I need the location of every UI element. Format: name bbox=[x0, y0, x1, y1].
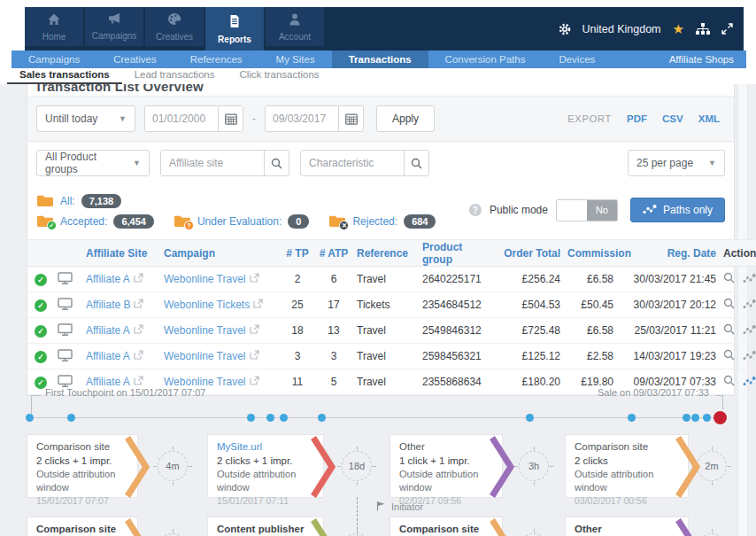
inspect-magnifier-icon[interactable] bbox=[723, 349, 735, 363]
external-link-icon[interactable] bbox=[253, 299, 263, 311]
campaign-link[interactable]: Webonline Travel bbox=[164, 273, 246, 285]
topnav-item-campaigns[interactable]: Campaigns bbox=[85, 7, 143, 46]
touchpoint-card[interactable]: MySite.url 2 clicks + 1 impr. Outside at… bbox=[207, 434, 324, 498]
touchpoint-dot[interactable] bbox=[26, 414, 34, 422]
header-campaign[interactable]: Campaign bbox=[160, 240, 281, 267]
external-link-icon[interactable] bbox=[134, 299, 143, 311]
affiliate-site-link[interactable]: Affiliate A bbox=[86, 273, 130, 285]
settings-gear-icon[interactable] bbox=[559, 23, 571, 35]
campaign-link[interactable]: Webonline Tickets bbox=[164, 299, 250, 311]
header-affiliate-site[interactable]: Affiliate Site bbox=[82, 240, 160, 267]
touchpoint-card[interactable]: Comparison site 2 clicks Outside attribu… bbox=[565, 434, 689, 498]
touchpoint-card-title-link[interactable]: MySite.url bbox=[217, 439, 314, 454]
subnav-item-my-sites[interactable]: My Sites bbox=[259, 50, 332, 68]
calendar-icon[interactable] bbox=[338, 106, 363, 131]
header-reference[interactable]: Reference bbox=[353, 240, 419, 267]
touchpoint-card[interactable]: Comparison site bbox=[390, 517, 503, 536]
status-all-label[interactable]: All: bbox=[60, 195, 75, 207]
topnav-item-account[interactable]: Account bbox=[266, 7, 324, 46]
header-reg-date[interactable]: Reg. Date bbox=[617, 240, 720, 267]
touchpoint-card[interactable]: Content publisher bbox=[207, 517, 324, 536]
affiliate-site-link[interactable]: Affiliate B bbox=[86, 299, 130, 311]
tab-sales-transactions[interactable]: Sales transactions bbox=[7, 68, 122, 84]
touchpoint-card[interactable]: Comparison site 2 clicks + 1 impr. Outsi… bbox=[27, 434, 138, 498]
date-from-input[interactable] bbox=[145, 106, 218, 131]
status-accepted-label[interactable]: Accepted: bbox=[60, 215, 107, 228]
tab-lead-transactions[interactable]: Lead transactions bbox=[122, 68, 228, 84]
affiliate-site-input[interactable] bbox=[161, 151, 264, 175]
touchpoint-dot[interactable] bbox=[266, 414, 274, 422]
path-dots-icon-active[interactable] bbox=[743, 376, 756, 389]
export-pdf-link[interactable]: PDF bbox=[627, 113, 647, 124]
per-page-select[interactable]: 25 per page ▼ bbox=[628, 150, 725, 176]
touchpoint-dot[interactable] bbox=[67, 414, 75, 422]
affiliate-site-link[interactable]: Affiliate A bbox=[86, 324, 130, 337]
subnav-item-affiliate-shops[interactable]: Affiliate Shops bbox=[657, 50, 746, 68]
subnav-item-devices[interactable]: Devices bbox=[542, 50, 612, 68]
touchpoint-dot[interactable] bbox=[247, 414, 255, 422]
topnav-item-creatives[interactable]: Creatives bbox=[145, 7, 204, 46]
subnav-item-creatives[interactable]: Creatives bbox=[96, 50, 174, 68]
paths-only-button[interactable]: Paths only bbox=[630, 198, 725, 222]
search-icon[interactable] bbox=[404, 151, 428, 175]
external-link-icon[interactable] bbox=[134, 324, 143, 337]
apply-button[interactable]: Apply bbox=[376, 105, 435, 132]
affiliate-site-link[interactable]: Affiliate A bbox=[86, 350, 130, 362]
header-commission[interactable]: Commission bbox=[564, 240, 617, 267]
characteristic-input[interactable] bbox=[301, 151, 404, 175]
touchpoint-card[interactable]: Other 1 click + 1 impr. Outside attribut… bbox=[390, 434, 503, 498]
header-product-group[interactable]: Product group bbox=[419, 240, 498, 267]
topnav-item-reports[interactable]: Reports bbox=[205, 7, 264, 50]
status-rejected-label[interactable]: Rejected: bbox=[352, 215, 397, 228]
touchpoint-dot[interactable] bbox=[318, 414, 326, 422]
inspect-magnifier-icon[interactable] bbox=[723, 272, 735, 286]
external-link-icon[interactable] bbox=[250, 350, 259, 362]
public-mode-toggle[interactable]: No bbox=[556, 199, 618, 221]
touchpoint-card[interactable]: Other bbox=[565, 517, 689, 536]
header-atp[interactable]: # ATP bbox=[314, 240, 353, 267]
external-link-icon[interactable] bbox=[134, 350, 143, 362]
date-to-input[interactable] bbox=[266, 106, 338, 131]
touchpoint-dot[interactable] bbox=[280, 414, 288, 422]
inspect-magnifier-icon[interactable] bbox=[723, 323, 735, 338]
fullscreen-expand-icon[interactable] bbox=[721, 23, 733, 35]
external-link-icon[interactable] bbox=[250, 324, 259, 337]
touchpoint-card[interactable]: Comparison site bbox=[27, 517, 138, 536]
sitemap-icon[interactable] bbox=[696, 23, 710, 35]
header-order-total[interactable]: Order Total bbox=[498, 240, 564, 267]
toggle-no-side[interactable]: No bbox=[587, 200, 617, 221]
export-xml-link[interactable]: XML bbox=[698, 113, 720, 124]
touchpoint-dot[interactable] bbox=[683, 414, 690, 422]
toggle-off-side[interactable] bbox=[557, 200, 587, 221]
touchpoint-dot[interactable] bbox=[628, 414, 636, 422]
external-link-icon[interactable] bbox=[250, 273, 259, 285]
subnav-item-campaigns[interactable]: Campaigns bbox=[12, 50, 96, 68]
calendar-icon[interactable] bbox=[218, 106, 243, 131]
status-rejected[interactable]: ✕ Rejected: 684 bbox=[328, 214, 436, 229]
search-icon[interactable] bbox=[264, 151, 289, 175]
touchpoint-dot[interactable] bbox=[526, 414, 534, 422]
export-csv-link[interactable]: CSV bbox=[662, 113, 683, 124]
touchpoint-dot[interactable] bbox=[691, 414, 699, 422]
sale-dot[interactable] bbox=[714, 411, 727, 424]
period-select[interactable]: Untill today ▼ bbox=[36, 105, 135, 132]
topnav-item-home[interactable]: Home bbox=[25, 7, 83, 46]
path-dots-icon[interactable] bbox=[743, 324, 756, 338]
subnav-item-references[interactable]: References bbox=[174, 50, 259, 68]
status-all[interactable]: All: 7,138 bbox=[36, 194, 121, 208]
touchpoint-dot[interactable] bbox=[703, 414, 711, 422]
subnav-item-conversion-paths[interactable]: Conversion Paths bbox=[428, 50, 543, 68]
campaign-link[interactable]: Webonline Travel bbox=[164, 350, 246, 362]
inspect-magnifier-icon[interactable] bbox=[723, 298, 735, 312]
campaign-link[interactable]: Webonline Travel bbox=[164, 324, 246, 337]
region-label[interactable]: United Kingdom bbox=[582, 23, 661, 35]
path-dots-icon[interactable] bbox=[743, 273, 756, 286]
status-under-evaluation-label[interactable]: Under Evaluation: bbox=[197, 215, 282, 228]
favorite-star-icon[interactable]: ★ bbox=[673, 22, 684, 35]
header-tp[interactable]: # TP bbox=[281, 240, 314, 267]
path-dots-icon[interactable] bbox=[743, 299, 756, 312]
help-question-icon[interactable]: ? bbox=[469, 204, 482, 216]
tab-click-transactions[interactable]: Click transactions bbox=[227, 68, 331, 84]
product-group-select[interactable]: All Product groups ▼ bbox=[36, 150, 150, 176]
status-under-evaluation[interactable]: ? Under Evaluation: 0 bbox=[174, 214, 310, 229]
